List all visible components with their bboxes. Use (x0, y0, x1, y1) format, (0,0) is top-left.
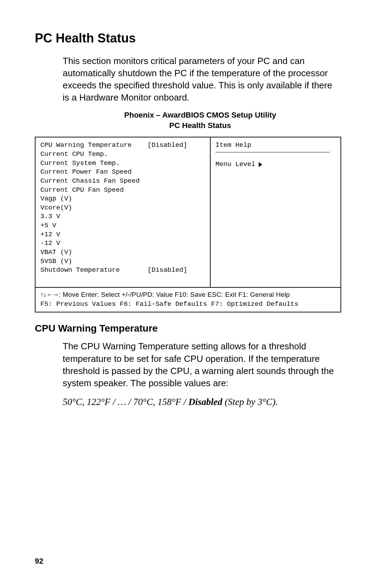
bios-item-row: Vcore(V) (40, 204, 205, 213)
intro-block: This section monitors critical parameter… (63, 55, 338, 131)
bios-header-line2: PC Health Status (169, 121, 231, 130)
bios-help-divider (216, 152, 330, 152)
bios-item-row: Current Power Fan Speed (40, 168, 205, 177)
bios-menu-level-text: Menu Level (216, 160, 255, 169)
arrow-keys-icon: ↑↓←→ (40, 291, 59, 298)
bios-item-label: Current Chassis Fan Speed (40, 177, 140, 186)
bios-item-row: Vagp (V) (40, 194, 205, 204)
bios-help-panel: Item Help Menu Level (211, 137, 340, 287)
values-default: Disabled (188, 397, 222, 407)
bios-item-row: 3.3 V (40, 212, 205, 221)
bios-item-row: Current System Temp. (40, 159, 205, 168)
manual-page: PC Health Status This section monitors c… (0, 0, 376, 588)
bios-item-label: Vcore(V) (40, 204, 72, 213)
bios-item-row: Current Chassis Fan Speed (40, 177, 205, 186)
intro-paragraph: This section monitors critical parameter… (63, 55, 338, 104)
bios-item-row: CPU Warning Temperature [Disabled] (40, 141, 205, 150)
bios-item-label: Current System Temp. (40, 159, 120, 168)
bios-footer: ↑↓←→: Move Enter: Select +/-/PU/PD: Valu… (36, 287, 340, 312)
cpu-warning-paragraph: The CPU Warning Temperature setting allo… (63, 340, 338, 389)
bios-item-row: -12 V (40, 239, 205, 248)
bios-items-panel: CPU Warning Temperature [Disabled]Curren… (36, 137, 211, 287)
bios-item-row: Current CPU Fan Speed (40, 186, 205, 195)
bios-item-label: CPU Warning Temperature (40, 141, 148, 150)
bios-item-label: +5 V (40, 221, 56, 230)
page-title: PC Health Status (35, 31, 341, 45)
bios-item-label: VBAT (V) (40, 248, 72, 257)
bios-item-label: +12 V (40, 230, 60, 239)
possible-values-line: 50°C, 122°F / … / 70°C, 158°F / Disabled… (63, 396, 285, 408)
bios-help-title: Item Help (216, 141, 336, 150)
bios-header: Phoenix – AwardBIOS CMOS Setup Utility P… (63, 110, 338, 130)
bios-item-label: Current CPU Temp. (40, 150, 108, 159)
bios-item-row: Shutdown Temperature [Disabled] (40, 266, 205, 275)
bios-item-label: Current CPU Fan Speed (40, 186, 124, 195)
bios-header-line1: Phoenix – AwardBIOS CMOS Setup Utility (124, 111, 276, 119)
bios-screen-box: CPU Warning Temperature [Disabled]Curren… (35, 137, 341, 312)
bios-item-row: 5VSB (V) (40, 257, 205, 266)
bios-item-label: Shutdown Temperature (40, 266, 148, 275)
bios-item-label: -12 V (40, 239, 60, 248)
triangle-right-icon (259, 162, 262, 167)
bios-footer-line1: ↑↓←→: Move Enter: Select +/-/PU/PD: Valu… (40, 290, 336, 300)
bios-item-label: Current Power Fan Speed (40, 168, 132, 177)
section-heading: CPU Warning Temperature (35, 323, 338, 334)
bios-footer-line2: F5: Previous Values F6: Fail-Safe Defaul… (40, 300, 336, 309)
bios-item-row: Current CPU Temp. (40, 150, 205, 159)
bios-item-label: Vagp (V) (40, 194, 72, 204)
bios-item-row: +5 V (40, 221, 205, 230)
bios-menu-level: Menu Level (216, 160, 336, 169)
bios-item-label: 3.3 V (40, 212, 60, 221)
values-after: (Step by 3°C). (222, 397, 278, 407)
bios-item-value: [Disabled] (148, 266, 187, 275)
bios-item-row: VBAT (V) (40, 248, 205, 257)
cpu-warning-block: The CPU Warning Temperature setting allo… (63, 340, 338, 389)
bios-item-row: +12 V (40, 230, 205, 239)
values-before: 50°C, 122°F / … / 70°C, 158°F / (63, 397, 188, 407)
bios-footer-line1-text: : Move Enter: Select +/-/PU/PD: Value F1… (59, 291, 290, 298)
bios-item-label: 5VSB (V) (40, 257, 72, 266)
page-number: 92 (35, 557, 43, 566)
bios-top-area: CPU Warning Temperature [Disabled]Curren… (36, 137, 340, 287)
bios-item-value: [Disabled] (148, 141, 187, 150)
